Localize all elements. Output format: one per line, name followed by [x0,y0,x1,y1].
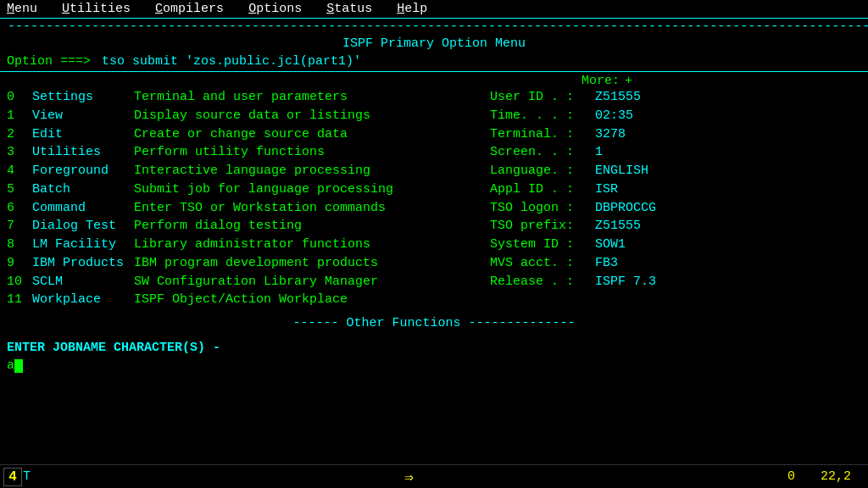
option-value[interactable]: tso submit 'zos.public.jcl(part1)' [102,54,361,69]
option-line: Option ===> tso submit 'zos.public.jcl(p… [0,53,868,70]
status-arrow: ⇒ [31,468,787,486]
menu-row-11: 11 Workplace ISPF Object/Action Workplac… [7,291,861,309]
more-label: More: [581,74,620,88]
input-char[interactable]: a [7,358,14,373]
status-info: 0 22,2 [787,469,868,484]
menu-row-1: 1 View Display source data or listings T… [7,107,861,125]
menu-row-2: 2 Edit Create or change source data Term… [7,125,861,144]
cursor [14,359,23,373]
menu-row-9: 9 IBM Products IBM program development p… [7,254,861,273]
menu-item-menu[interactable]: Menu [7,2,37,16]
other-functions-label: ------ Other Functions -------------- [0,309,868,334]
tab-letter: T [23,469,31,484]
tab-number: 4 [3,468,22,486]
status-count: 0 [787,469,795,484]
more-line: More: + [0,73,868,88]
title-line: ISPF Primary Option Menu [0,35,868,53]
menu-row-3: 3 Utilities Perform utility functions Sc… [7,143,861,162]
status-position: 22,2 [821,469,851,484]
statusbar: 4 T ⇒ 0 22,2 [0,464,868,488]
menu-item-utilities[interactable]: Utilities [62,2,131,16]
menu-row-8: 8 LM Facility Library administrator func… [7,236,861,254]
title-text: ISPF Primary Option Menu [342,36,526,51]
input-line[interactable]: a [0,357,868,374]
menubar: Menu Utilities Compilers Options Status … [0,0,868,19]
terminal-screen: Menu Utilities Compilers Options Status … [0,0,868,488]
menu-row-7: 7 Dialog Test Perform dialog testing TSO… [7,217,861,236]
menu-item-help[interactable]: Help [397,2,427,16]
divider-line: ----------------------------------------… [0,19,868,35]
enter-jobname-label: ENTER JOBNAME CHARACTER(S) - [0,334,868,357]
menu-item-status[interactable]: Status [326,2,372,16]
menu-row-10: 10 SCLM SW Configuration Library Manager… [7,273,861,291]
menu-row-4: 4 Foreground Interactive language proces… [7,162,861,180]
menu-item-compilers[interactable]: Compilers [155,2,224,16]
menu-content: 0 Settings Terminal and user parameters … [0,88,868,309]
more-symbol: + [625,74,632,88]
menu-row-5: 5 Batch Submit job for language processi… [7,180,861,199]
option-prompt: Option ===> [7,54,91,69]
menu-row-0: 0 Settings Terminal and user parameters … [7,88,861,107]
menu-item-options[interactable]: Options [248,2,302,16]
menu-row-6: 6 Command Enter TSO or Workstation comma… [7,199,861,218]
